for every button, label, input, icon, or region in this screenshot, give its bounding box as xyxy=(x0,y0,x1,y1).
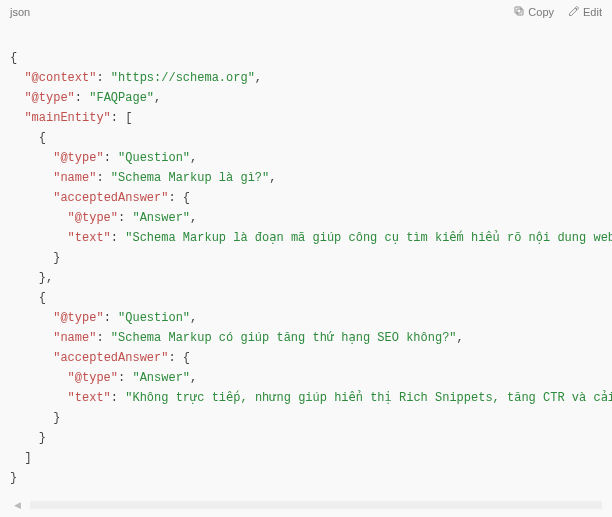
scroll-left-arrow[interactable]: ◀ xyxy=(10,500,24,510)
horizontal-scrollbar[interactable] xyxy=(30,501,602,509)
json-string: "Answer" xyxy=(132,371,190,385)
json-key: "name" xyxy=(53,331,96,345)
json-string: "Question" xyxy=(118,311,190,325)
json-key: "@context" xyxy=(24,71,96,85)
punct: : xyxy=(96,171,110,185)
json-string: "Không trực tiếp, nhưng giúp hiển thị Ri… xyxy=(125,391,612,405)
brace: }, xyxy=(39,271,53,285)
json-string: "Answer" xyxy=(132,211,190,225)
json-string: "FAQPage" xyxy=(89,91,154,105)
punct: : xyxy=(111,231,125,245)
punct: : { xyxy=(168,191,190,205)
json-string: "https://schema.org" xyxy=(111,71,255,85)
punct: : { xyxy=(168,351,190,365)
code-header: json Copy Edit xyxy=(0,0,612,22)
brace: } xyxy=(53,251,60,265)
copy-button[interactable]: Copy xyxy=(513,5,554,19)
bracket: ] xyxy=(24,451,31,465)
json-key: "@type" xyxy=(68,371,118,385)
language-label: json xyxy=(10,6,30,18)
json-key: "mainEntity" xyxy=(24,111,110,125)
punct: : xyxy=(96,331,110,345)
svg-rect-0 xyxy=(517,9,523,15)
json-key: "acceptedAnswer" xyxy=(53,351,168,365)
punct: : xyxy=(75,91,89,105)
code-block: { "@context": "https://schema.org", "@ty… xyxy=(0,22,612,494)
json-key: "@type" xyxy=(53,151,103,165)
punct: , xyxy=(255,71,262,85)
punct: , xyxy=(457,331,464,345)
copy-icon xyxy=(513,5,525,19)
punct: : xyxy=(96,71,110,85)
brace: } xyxy=(39,431,46,445)
json-string: "Question" xyxy=(118,151,190,165)
punct: : xyxy=(104,311,118,325)
json-key: "@type" xyxy=(68,211,118,225)
json-key: "acceptedAnswer" xyxy=(53,191,168,205)
punct: , xyxy=(190,371,197,385)
json-key: "@type" xyxy=(24,91,74,105)
json-key: "text" xyxy=(68,391,111,405)
edit-icon xyxy=(568,5,580,19)
svg-rect-1 xyxy=(515,7,521,13)
brace: { xyxy=(39,291,46,305)
brace: { xyxy=(10,51,17,65)
punct: , xyxy=(269,171,276,185)
json-key: "text" xyxy=(68,231,111,245)
punct: : xyxy=(118,211,132,225)
punct: , xyxy=(190,311,197,325)
copy-label: Copy xyxy=(528,6,554,18)
json-key: "@type" xyxy=(53,311,103,325)
json-string: "Schema Markup là gì?" xyxy=(111,171,269,185)
punct: , xyxy=(190,151,197,165)
punct: : xyxy=(111,391,125,405)
brace: } xyxy=(53,411,60,425)
brace: } xyxy=(10,471,17,485)
json-string: "Schema Markup có giúp tăng thứ hạng SEO… xyxy=(111,331,457,345)
json-key: "name" xyxy=(53,171,96,185)
brace: { xyxy=(39,131,46,145)
edit-button[interactable]: Edit xyxy=(568,5,602,19)
edit-label: Edit xyxy=(583,6,602,18)
punct: : [ xyxy=(111,111,133,125)
punct: , xyxy=(190,211,197,225)
punct: : xyxy=(104,151,118,165)
json-string: "Schema Markup là đoạn mã giúp công cụ t… xyxy=(125,231,612,245)
punct: , xyxy=(154,91,161,105)
punct: : xyxy=(118,371,132,385)
